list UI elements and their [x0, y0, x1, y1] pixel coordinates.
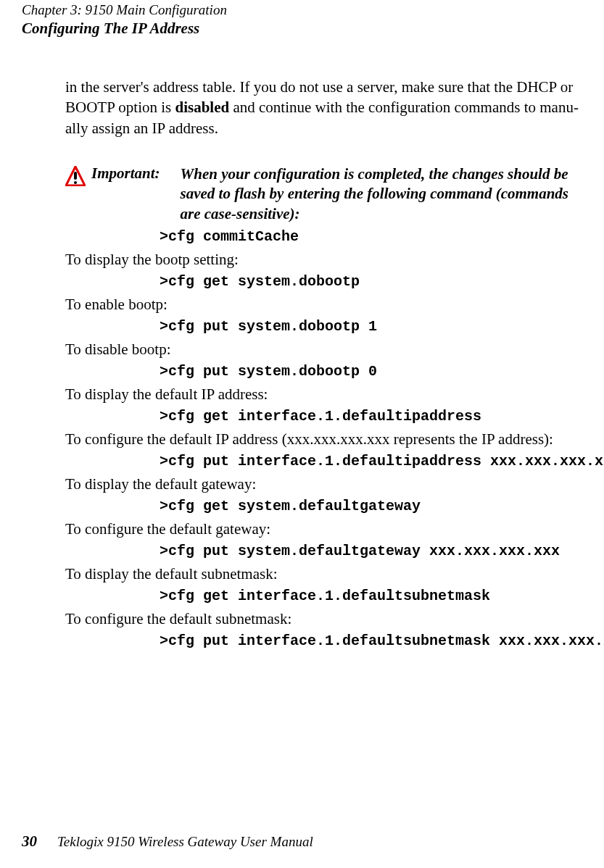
page-content: in the server's address table. If you do…: [65, 77, 582, 649]
cmd-put-defaultsm: >cfg put interface.1.defaultsubnetmask x…: [160, 633, 582, 649]
cmd-get-defaultgw: >cfg get system.defaultgateway: [160, 498, 582, 514]
desc-sm-display: To display the default subnetmask:: [65, 565, 582, 583]
cmd-put-defaultgw: >cfg put system.defaultgateway xxx.xxx.x…: [160, 543, 582, 559]
cmd-put-dobootp-1: >cfg put system.dobootp 1: [160, 318, 582, 335]
desc-ip-configure: To configure the default IP address (xxx…: [65, 430, 582, 448]
intro-bold-disabled: disabled: [175, 99, 230, 116]
cmd-get-defaultip: >cfg get interface.1.defaultipaddress: [160, 408, 582, 425]
page-header: Chapter 3: 9150 Main Configuration Confi…: [22, 0, 582, 38]
page-number: 30: [22, 832, 37, 851]
desc-gw-display: To display the default gateway:: [65, 475, 582, 493]
warning-icon: [65, 166, 86, 191]
svg-rect-1: [74, 172, 77, 180]
intro-paragraph: in the server's address table. If you do…: [65, 77, 582, 138]
cmd-put-defaultip: >cfg put interface.1.defaultipaddress xx…: [160, 453, 582, 470]
doc-title: Teklogix 9150 Wireless Gateway User Manu…: [57, 834, 313, 850]
intro-line2b: and continue with the configuration comm…: [229, 99, 579, 116]
important-label: Important:: [91, 164, 160, 183]
intro-line3: ally assign an IP address.: [65, 120, 218, 137]
desc-sm-configure: To configure the default subnetmask:: [65, 610, 582, 628]
intro-line1: in the server's address table. If you do…: [65, 78, 573, 96]
chapter-title: Chapter 3: 9150 Main Configuration: [22, 1, 582, 19]
important-block: Important: When your configuration is co…: [65, 164, 582, 224]
desc-bootp-display: To display the bootp setting:: [65, 251, 582, 269]
desc-bootp-enable: To enable bootp:: [65, 296, 582, 314]
desc-bootp-disable: To disable bootp:: [65, 341, 582, 359]
desc-gw-configure: To configure the default gateway:: [65, 520, 582, 538]
cmd-put-dobootp-0: >cfg put system.dobootp 0: [160, 363, 582, 380]
cmd-get-defaultsm: >cfg get interface.1.defaultsubnetmask: [160, 588, 582, 604]
cmd-commitcache: >cfg commitCache: [160, 228, 582, 245]
cmd-get-dobootp: >cfg get system.dobootp: [160, 273, 582, 290]
svg-point-2: [74, 181, 77, 184]
intro-line2a: BOOTP option is: [65, 99, 175, 116]
desc-ip-display: To display the default IP address:: [65, 385, 582, 404]
page-footer: 30 Teklogix 9150 Wireless Gateway User M…: [22, 832, 582, 851]
section-title: Configuring The IP Address: [22, 19, 582, 38]
important-text: When your configuration is completed, th…: [181, 164, 582, 224]
